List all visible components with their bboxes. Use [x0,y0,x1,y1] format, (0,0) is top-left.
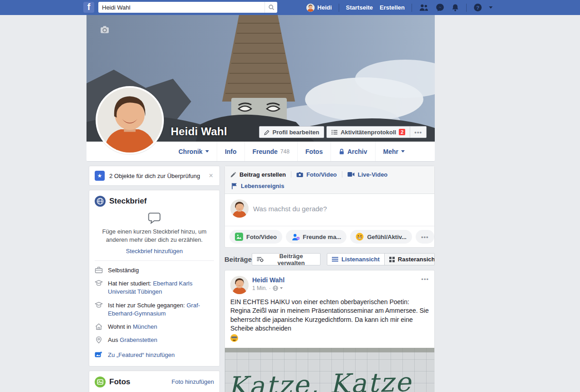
create-link[interactable]: Erstellen [380,4,405,11]
list-view-label: Listenansicht [341,256,380,263]
search-input[interactable] [98,2,265,13]
post-options-button[interactable]: ••• [421,276,429,294]
posts-toolbar: Beiträge Beiträge verwalten Listenansich… [224,253,435,265]
view-switcher: Listenansicht Rasteransicht [327,253,435,265]
help-icon[interactable]: ? [473,3,482,12]
photos-badge-icon [95,377,106,387]
divider [291,171,291,178]
activity-log-button[interactable]: Aktivitätenprotokoll 2 [327,127,410,137]
update-cover-photo-camera-icon[interactable] [100,25,109,34]
top-navigation-bar: f Heidi Startseite Erstellen [0,0,580,15]
post-timestamp[interactable]: 1 Min. [252,285,267,291]
divider [95,260,214,261]
search-button[interactable] [265,2,277,13]
create-post-tab[interactable]: Beitrag erstellen [230,171,286,178]
life-event-tab[interactable]: Lebensereignis [231,183,284,189]
photo-video-label: Foto/Video [306,171,337,178]
photo-video-button[interactable]: Foto/Video [229,230,282,244]
intro-item-text: Ist hier zur Schule gegangen: [108,302,187,309]
manage-posts-button[interactable]: Beiträge verwalten [252,253,321,265]
review-banner[interactable]: ★ 2 Objekte für dich zur Überprüfung × [89,166,220,186]
feeling-activity-button-label: Gefühl/Aktiv... [367,234,406,240]
cover-more-options-button[interactable]: ••• [410,127,426,137]
intro-item-city: Wohnt in München [95,323,214,331]
activity-log-badge: 2 [399,129,405,135]
intro-item-link[interactable]: München [133,323,157,330]
chevron-down-icon[interactable] [280,287,283,289]
photo-video-tab[interactable]: Foto/Video [296,171,337,178]
list-view-button[interactable]: Listenansicht [327,254,384,265]
add-photo-link[interactable]: Foto hinzufügen [172,378,214,385]
live-video-tab[interactable]: Live-Video [347,171,388,178]
tab-archiv[interactable]: Archiv [331,142,375,161]
edit-profile-button[interactable]: Profil bearbeiten [259,126,325,138]
post-card: Heidi Wahl 1 Min. · ••• EIN ECHTES [224,270,435,392]
tab-fotos-label: Fotos [305,148,323,155]
intro-item-work: Selbständig [95,266,214,275]
home-link[interactable]: Startseite [346,4,373,11]
post-author-link[interactable]: Heidi Wahl [252,276,285,284]
profile-shortcut[interactable]: Heidi [306,4,332,12]
photos-card: Fotos Foto hinzufügen [89,371,220,392]
add-featured-link[interactable]: Zu „Featured“ hinzufügen [108,351,175,358]
composer-tabs: Beitrag erstellen Foto/Video [225,166,434,194]
messenger-icon[interactable] [436,3,444,12]
activity-log-label: Aktivitätenprotokoll [341,129,396,136]
photo-video-button-label: Foto/Video [246,234,277,240]
review-banner-text: 2 Objekte für dich zur Überprüfung [109,173,204,179]
smiley-sunglasses-emoji-icon [230,334,238,342]
profile-picture[interactable] [96,86,164,154]
intro-item-text: Selbständig [108,267,139,274]
tab-freunde[interactable]: Freunde 748 [244,142,297,161]
friend-requests-icon[interactable] [419,4,429,11]
feeling-activity-button[interactable]: Gefühl/Aktiv... [350,230,412,244]
intro-item-school: Ist hier zur Schule gegangen: Graf-Eberh… [95,301,214,318]
avatar [230,199,249,218]
add-intro-link[interactable]: Steckbrief hinzufügen [95,248,214,255]
profile-name: Heidi Wahl [171,125,227,138]
home-icon [95,323,103,331]
tab-freunde-label: Freunde [253,148,278,155]
composer-more-button[interactable]: ••• [416,230,434,244]
privacy-globe-icon[interactable] [273,285,278,291]
globe-badge-icon [95,196,106,207]
featured-photo-icon [95,351,102,358]
photos-title: Fotos [109,377,130,387]
ellipsis-icon: ••• [414,129,422,136]
tag-person-icon [291,233,300,241]
list-view-icon [332,257,338,262]
tab-fotos[interactable]: Fotos [297,142,331,161]
search-bar [98,2,277,13]
handwritten-text: Katze, Katze [227,366,412,392]
divider [466,4,467,12]
grid-view-button[interactable]: Rasteransicht [384,254,435,265]
status-input[interactable]: Was machst du gerade? [253,205,429,213]
create-post-label: Beitrag erstellen [239,171,286,178]
avatar[interactable] [230,276,249,294]
tab-mehr[interactable]: Mehr [375,142,412,161]
post-image[interactable]: Katze, Katze [225,348,434,392]
camera-icon [296,172,303,178]
graduation-cap-icon [95,280,103,287]
intro-item-link[interactable]: Grabenstetten [120,336,157,343]
notifications-bell-icon[interactable] [451,4,459,12]
search-icon [268,4,275,10]
profile-shortcut-label: Heidi [317,4,332,11]
tab-info[interactable]: Info [217,142,244,161]
divider [342,171,342,178]
tab-mehr-label: Mehr [383,148,398,155]
review-star-icon: ★ [95,171,105,181]
speech-bubble-icon [148,212,161,224]
tag-friends-button[interactable]: Freunde ma... [286,230,347,244]
close-icon[interactable]: × [208,172,214,180]
facebook-logo[interactable]: f [83,2,94,13]
activity-log-button-group: Aktivitätenprotokoll 2 ••• [326,126,427,138]
account-menu-caret-icon[interactable] [489,6,493,9]
graduation-cap-icon [95,301,103,309]
tag-friends-button-label: Freunde ma... [303,234,341,240]
tab-chronik-label: Chronik [178,148,203,155]
tab-chronik[interactable]: Chronik [171,142,217,161]
location-pin-icon [95,336,103,344]
tab-info-label: Info [225,148,237,155]
live-video-label: Live-Video [358,171,388,178]
